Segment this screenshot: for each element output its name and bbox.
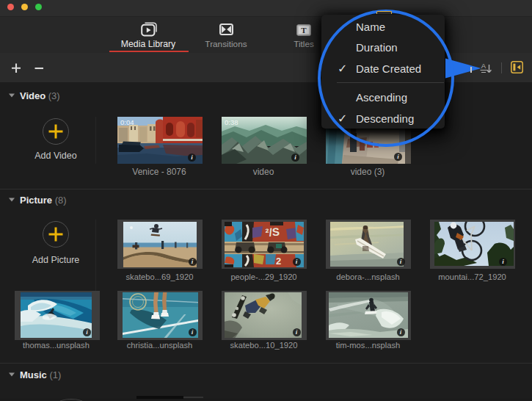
svg-text:0:04: 0:04 [120, 118, 134, 126]
svg-text:2: 2 [276, 256, 281, 267]
svg-text:²/S: ²/S [265, 225, 280, 239]
svg-text:T: T [301, 26, 307, 35]
svg-text:0:38: 0:38 [225, 118, 238, 126]
